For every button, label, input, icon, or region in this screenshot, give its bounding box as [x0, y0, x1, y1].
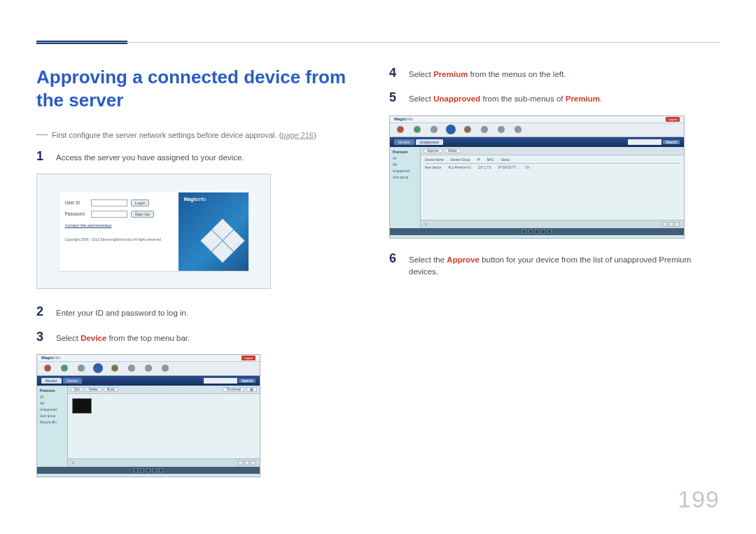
toolbar-move[interactable]: Move — [104, 387, 118, 392]
nav-icon-device[interactable] — [447, 126, 454, 133]
nav-icon[interactable] — [481, 126, 488, 133]
step-text-mid: from the sub-menus of — [480, 94, 565, 103]
bottombar-icon[interactable] — [146, 468, 150, 472]
bottombar-icon[interactable] — [522, 230, 526, 234]
note-text-pre: First configure the server network setti… — [52, 131, 281, 139]
config-note: ― First configure the server network set… — [36, 131, 358, 139]
app-sidebar: Premium All iAll Unapproved User group R… — [37, 386, 68, 467]
nav-icon[interactable] — [414, 126, 421, 133]
step-number: 2 — [36, 304, 46, 319]
pager-page[interactable] — [244, 461, 249, 465]
step-number: 6 — [389, 251, 399, 266]
bottombar-icon[interactable] — [528, 230, 533, 234]
th-status: Status — [501, 158, 510, 162]
pager-next[interactable] — [251, 461, 255, 465]
user-id-input[interactable] — [91, 199, 127, 206]
sidebar-item[interactable]: User group — [40, 414, 64, 418]
page-number: 199 — [678, 486, 720, 513]
keyword-device: Device — [80, 334, 106, 342]
step-text-post: from the top menu bar. — [106, 334, 190, 342]
bottombar-icon[interactable] — [134, 468, 138, 472]
keyword-unapproved: Unapproved — [433, 94, 480, 103]
device-table: Device Name Device Group IP MAC Status N… — [425, 158, 680, 169]
nav-icon[interactable] — [397, 126, 404, 133]
nav-icon[interactable] — [498, 126, 505, 133]
nav-icon[interactable] — [514, 126, 522, 133]
search-input[interactable] — [628, 139, 662, 145]
bottombar-icon[interactable] — [535, 230, 539, 234]
sidebar-item[interactable]: All — [40, 395, 64, 399]
search-input[interactable] — [204, 378, 237, 384]
diamond-graphic — [204, 222, 241, 260]
device-thumbnail[interactable] — [72, 398, 92, 414]
logout-button[interactable]: Logout — [241, 356, 255, 360]
step-text: Select the Approve button for your devic… — [409, 251, 711, 279]
bottombar-icon[interactable] — [153, 468, 157, 472]
nav-icon[interactable] — [145, 365, 152, 372]
nav-icon[interactable] — [464, 126, 471, 133]
sidebar-item-unapproved[interactable]: Unapproved — [393, 169, 417, 173]
table-row[interactable]: New device ALL-Premium-G 127.1.7.6 97-03… — [425, 164, 680, 169]
search-button[interactable]: Search — [663, 140, 680, 144]
toolbar-delete[interactable]: Delete — [444, 148, 461, 153]
step-5: 5 Select Unapproved from the sub-menus o… — [389, 90, 711, 105]
step-text: Access the server you have assigned to y… — [56, 149, 244, 164]
login-card: User ID Login Password Sign Up Contact t… — [59, 192, 248, 271]
pager-next[interactable] — [675, 222, 680, 227]
brand-bold: Magic — [184, 197, 198, 202]
bottombar-icon[interactable] — [159, 468, 163, 472]
sidebar-item[interactable]: Unapproved — [40, 408, 64, 412]
sidebar-item[interactable]: Recycle Bin — [40, 421, 64, 424]
nav-icon[interactable] — [44, 365, 51, 372]
sidebar-all-group[interactable]: All — [393, 157, 417, 160]
bottombar-icon[interactable] — [547, 230, 552, 234]
pager-page[interactable] — [668, 222, 673, 227]
tab-unapproved[interactable]: Unapproved — [416, 139, 443, 145]
page-ref-link[interactable]: page 216 — [281, 131, 314, 139]
toolbar-delete[interactable]: Delete — [85, 387, 102, 392]
app-bottombar — [390, 228, 684, 235]
logout-button[interactable]: Logout — [666, 117, 680, 122]
nav-icon[interactable] — [162, 365, 169, 372]
app-main: Approve Delete Device Name Device Group … — [421, 147, 684, 228]
nav-icon[interactable] — [128, 365, 135, 372]
td-ip: 127.1.7.6 — [478, 166, 491, 169]
sidebar-item[interactable]: iAll — [40, 402, 64, 405]
search-box: Search — [204, 378, 255, 384]
keyword-premium: Premium — [433, 70, 468, 78]
login-form: User ID Login Password Sign Up Contact t… — [59, 192, 178, 271]
th-name: Device Name — [425, 158, 444, 162]
toolbar-grid-icon[interactable]: ▦ — [246, 387, 257, 392]
nav-icon[interactable] — [111, 365, 118, 372]
pager-prev[interactable] — [238, 461, 243, 465]
tab-device[interactable]: Device — [63, 378, 82, 384]
search-button[interactable]: Search — [239, 379, 255, 383]
app-brand: MagicInfo — [41, 356, 60, 360]
password-input[interactable] — [91, 211, 127, 218]
nav-icon[interactable] — [61, 365, 68, 372]
pager-prev[interactable] — [662, 222, 667, 227]
nav-icon[interactable] — [78, 365, 85, 372]
tab-monitor[interactable]: Monitor — [394, 139, 414, 145]
pager — [662, 222, 680, 227]
nav-icon-device[interactable] — [94, 365, 102, 372]
step-text-pre: Select the — [409, 255, 447, 264]
step-text-post: from the menus on the left. — [468, 70, 566, 78]
tab-monitor[interactable]: Monitor — [41, 378, 62, 384]
nav-icon[interactable] — [430, 126, 438, 133]
app-brand: MagicInfo — [394, 117, 413, 121]
sidebar-item[interactable]: iAll — [393, 163, 417, 167]
copyright-text: Copyright 2009 - 2012 SamsungElectronics… — [65, 237, 173, 241]
signup-button[interactable]: Sign Up — [131, 211, 154, 218]
app-ribbon: Monitor Device Search — [37, 376, 260, 386]
bottombar-icon[interactable] — [140, 468, 144, 472]
bottombar-icon[interactable] — [541, 230, 545, 234]
toolbar-thumbnail[interactable]: Thumbnail — [223, 387, 244, 392]
step-2: 2 Enter your ID and password to log in. — [36, 304, 358, 319]
toolbar-approve[interactable]: Approve — [424, 148, 442, 153]
contact-admin-link[interactable]: Contact the administrator — [65, 223, 173, 227]
sidebar-item[interactable]: User group — [393, 176, 417, 179]
toolbar-edit[interactable]: Edit — [71, 387, 83, 392]
app-toolbar: Approve Delete — [421, 147, 684, 155]
login-button[interactable]: Login — [131, 199, 150, 206]
